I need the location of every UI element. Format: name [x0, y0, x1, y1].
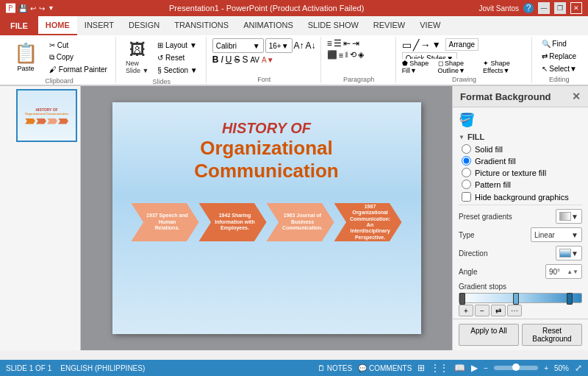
help-icon[interactable]: ? [523, 3, 534, 13]
slide-thumbnail-1[interactable]: HISTORY OF Organizational Communication [16, 89, 77, 142]
increase-font-icon[interactable]: A↑ [294, 40, 304, 51]
gradient-fill-option[interactable]: Gradient fill [462, 156, 582, 166]
fit-window-icon[interactable]: ⤢ [575, 363, 582, 373]
save-icon[interactable]: 💾 [18, 4, 27, 13]
pattern-fill-radio[interactable] [462, 180, 471, 189]
shape-arrow-icon[interactable]: → [420, 39, 431, 51]
font-color-button[interactable]: A▼ [262, 56, 274, 64]
pattern-fill-option[interactable]: Pattern fill [462, 180, 582, 189]
picture-fill-option[interactable]: Picture or texture fill [462, 168, 582, 177]
angle-control[interactable]: 90° ▲▼ [545, 264, 582, 279]
find-button[interactable]: 🔍 Find [538, 38, 581, 49]
align-center-button[interactable]: ≡ [339, 51, 343, 60]
cut-button[interactable]: ✂ Cut [46, 40, 111, 51]
replace-button[interactable]: ⇄ Replace [538, 51, 581, 62]
zoom-level[interactable]: 50% [554, 364, 569, 372]
redo-icon[interactable]: ↪ [39, 4, 45, 13]
shape-rect-icon[interactable]: ▭ [402, 39, 412, 51]
format-painter-button[interactable]: 🖌 Format Painter [46, 64, 111, 75]
solid-fill-option[interactable]: Solid fill [462, 144, 582, 154]
tab-view[interactable]: VIEW [412, 16, 448, 35]
arrow-1[interactable]: 1937 Speech and Human Relations. [132, 203, 199, 241]
bullet-list-button[interactable]: ≡ [327, 38, 332, 49]
shape-fill-button[interactable]: ⬟ Shape Fill▼ [402, 60, 437, 74]
view-reading-icon[interactable]: 📖 [454, 363, 465, 373]
preset-dropdown[interactable]: ▼ [556, 209, 582, 224]
indent-dec-button[interactable]: ⇤ [343, 38, 351, 49]
layout-button[interactable]: ⊞ Layout ▼ [154, 40, 201, 51]
shape-outline-button[interactable]: ◻ Shape Outline▼ [438, 60, 482, 74]
shape-line-icon[interactable]: ╱ [413, 39, 419, 51]
close-button[interactable]: ✕ [570, 2, 582, 14]
format-panel-close[interactable]: ✕ [572, 91, 581, 102]
apply-to-all-button[interactable]: Apply to All [459, 324, 519, 346]
zoom-out-icon[interactable]: − [484, 364, 488, 372]
section-button[interactable]: § Section ▼ [154, 65, 201, 76]
arrow-2[interactable]: 1942 Sharing Information with Employees. [199, 203, 267, 241]
tab-file[interactable]: FILE [0, 16, 38, 35]
copy-button[interactable]: ⧉ Copy [46, 52, 111, 63]
tab-home[interactable]: HOME [38, 16, 77, 35]
gradient-bar[interactable] [459, 293, 582, 303]
new-slide-button[interactable]: 🖼 NewSlide ▼ [122, 38, 152, 77]
arrange-button[interactable]: Arrange [445, 38, 479, 51]
tab-transitions[interactable]: TRANSITIONS [167, 16, 236, 35]
undo-icon[interactable]: ↩ [30, 4, 36, 13]
gradient-fill-radio[interactable] [462, 156, 471, 166]
paste-button[interactable]: 📋 Paste [7, 38, 44, 76]
reset-button[interactable]: ↺ Reset [154, 52, 201, 63]
shape-more-icon[interactable]: ▼ [432, 40, 441, 50]
select-button[interactable]: ↖ Select▼ [538, 63, 581, 74]
gradient-stop-2[interactable] [567, 293, 573, 305]
tab-slideshow[interactable]: SLIDE SHOW [301, 16, 366, 35]
text-direction-button[interactable]: ⟲ [350, 50, 356, 60]
tab-insert[interactable]: INSERT [77, 16, 121, 35]
numbered-list-button[interactable]: ☰ [334, 38, 342, 49]
arrow-3[interactable]: 1963 Journal of Business Communication. [267, 203, 334, 241]
align-left-button[interactable]: ⬛ [327, 50, 337, 60]
restore-button[interactable]: ❐ [554, 2, 566, 14]
shape-effects-button[interactable]: ✦ Shape Effects▼ [483, 60, 526, 74]
italic-button[interactable]: I [220, 54, 223, 65]
customize-icon[interactable]: ▼ [48, 4, 54, 12]
tab-review[interactable]: REVIEW [366, 16, 412, 35]
notes-button[interactable]: 🗒 NOTES [318, 364, 352, 372]
char-spacing-button[interactable]: AV [250, 56, 259, 64]
columns-button[interactable]: ⫴ [345, 50, 348, 60]
hide-background-checkbox[interactable] [462, 192, 471, 202]
picture-fill-radio[interactable] [462, 168, 471, 177]
reset-background-button[interactable]: Reset Background [522, 324, 582, 346]
hide-background-option[interactable]: Hide background graphics [462, 192, 582, 202]
angle-spinner-icon[interactable]: ▲▼ [567, 269, 578, 275]
minimize-button[interactable]: — [538, 2, 550, 14]
reverse-stops-button[interactable]: ⇄ [491, 305, 506, 316]
solid-fill-radio[interactable] [462, 144, 471, 154]
type-dropdown[interactable]: Linear ▼ [531, 227, 582, 242]
arrow-4[interactable]: 1987 Organizational Communication: An In… [334, 203, 402, 241]
quick-styles-button[interactable]: Quick Styles▼ [402, 52, 457, 59]
remove-stop-button[interactable]: − [475, 305, 490, 316]
gradient-stop-1[interactable] [513, 293, 519, 305]
zoom-slider[interactable] [494, 366, 538, 370]
tab-animations[interactable]: ANIMATIONS [236, 16, 301, 35]
slides-panel[interactable]: 1 HISTORY OF Organizational Communicatio… [0, 86, 81, 350]
tab-design[interactable]: DESIGN [121, 16, 167, 35]
font-family-select[interactable]: Calibri ▼ [212, 38, 264, 53]
slide-canvas[interactable]: HISTORY OF Organizational Communication … [112, 102, 421, 334]
add-stop-button[interactable]: + [459, 305, 473, 316]
slide-editing-area[interactable]: HISTORY OF Organizational Communication … [81, 86, 452, 350]
bold-button[interactable]: B [212, 54, 219, 65]
more-stops-button[interactable]: ⋯ [507, 305, 522, 316]
view-sorter-icon[interactable]: ⋮⋮ [431, 363, 448, 373]
strikethrough-button[interactable]: S [234, 54, 240, 65]
decrease-font-icon[interactable]: A↓ [306, 40, 316, 51]
comments-button[interactable]: 💬 COMMENTS [358, 364, 412, 372]
font-size-select[interactable]: 16+ ▼ [265, 38, 293, 53]
zoom-in-icon[interactable]: + [544, 364, 548, 372]
view-normal-icon[interactable]: ⊞ [417, 363, 425, 373]
shadow-button[interactable]: S [242, 54, 248, 65]
fill-section-header[interactable]: ▼ FILL [459, 132, 582, 141]
convert-to-smartart-button[interactable]: ◈ [358, 50, 364, 60]
underline-button[interactable]: U [226, 54, 232, 65]
view-present-icon[interactable]: ▶ [471, 363, 478, 373]
